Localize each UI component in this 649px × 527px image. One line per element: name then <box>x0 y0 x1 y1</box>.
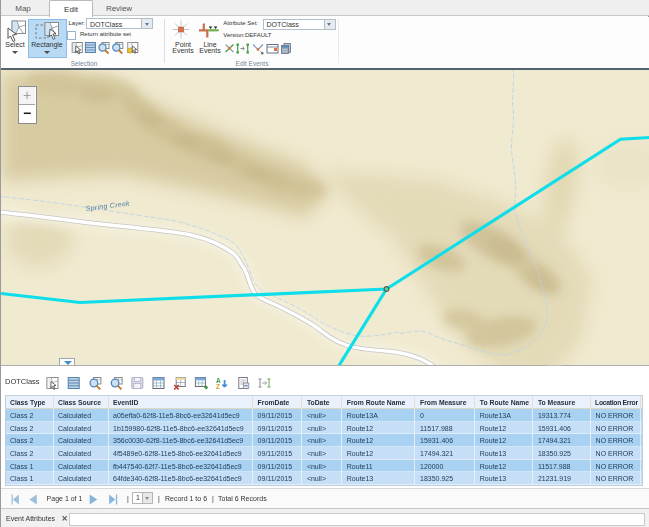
svg-text:Z: Z <box>216 383 220 390</box>
